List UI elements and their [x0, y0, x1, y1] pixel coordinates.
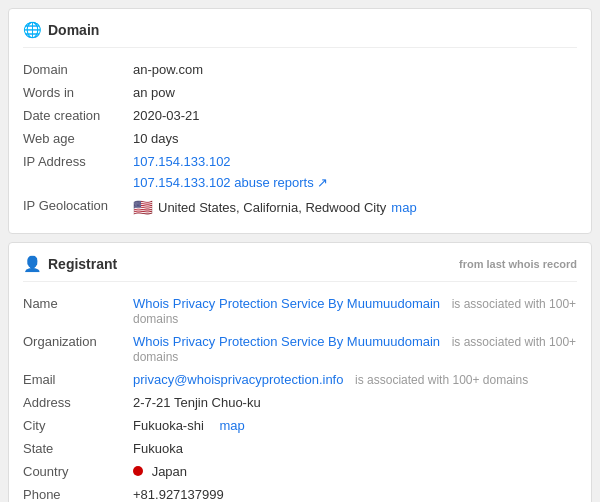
date-label: Date creation — [23, 108, 133, 123]
city-value: Fukuoka-shi map — [133, 418, 577, 433]
ip-label: IP Address — [23, 154, 133, 169]
from-record-text: from last whois record — [459, 258, 577, 270]
geo-row: IP Geolocation 🇺🇸 United States, Califor… — [23, 194, 577, 221]
date-value: 2020-03-21 — [133, 108, 577, 123]
state-label: State — [23, 441, 133, 456]
domain-section-title: 🌐 Domain — [23, 21, 577, 48]
org-link[interactable]: Whois Privacy Protection Service By Muum… — [133, 334, 440, 349]
abuse-row: 107.154.133.102 abuse reports ↗ — [23, 173, 577, 194]
city-label: City — [23, 418, 133, 433]
words-row: Words in an pow — [23, 81, 577, 104]
us-flag-icon: 🇺🇸 — [133, 198, 153, 217]
registrant-section-title: 👤 Registrant from last whois record — [23, 255, 577, 282]
city-text: Fukuoka-shi — [133, 418, 204, 433]
registrant-section: 👤 Registrant from last whois record Name… — [8, 242, 592, 502]
city-map-link[interactable]: map — [219, 418, 244, 433]
country-row: Country Japan — [23, 460, 577, 483]
country-text: Japan — [152, 464, 187, 479]
name-row: Name Whois Privacy Protection Service By… — [23, 292, 577, 330]
country-label: Country — [23, 464, 133, 479]
email-label: Email — [23, 372, 133, 387]
org-value: Whois Privacy Protection Service By Muum… — [133, 334, 577, 364]
age-label: Web age — [23, 131, 133, 146]
org-label: Organization — [23, 334, 133, 349]
registrant-title-text: Registrant — [48, 256, 117, 272]
abuse-link[interactable]: 107.154.133.102 abuse reports ↗ — [133, 175, 328, 190]
email-value: privacy@whoisprivacyprotection.info is a… — [133, 372, 577, 387]
email-row: Email privacy@whoisprivacyprotection.inf… — [23, 368, 577, 391]
registrant-icon: 👤 — [23, 255, 42, 273]
words-label: Words in — [23, 85, 133, 100]
phone-value: +81.927137999 — [133, 487, 577, 502]
domain-section: 🌐 Domain Domain an-pow.com Words in an p… — [8, 8, 592, 234]
external-link-icon: ↗ — [317, 175, 328, 190]
domain-value: an-pow.com — [133, 62, 577, 77]
age-value: 10 days — [133, 131, 577, 146]
state-value: Fukuoka — [133, 441, 577, 456]
phone-label: Phone — [23, 487, 133, 502]
address-value: 2-7-21 Tenjin Chuo-ku — [133, 395, 577, 410]
name-value: Whois Privacy Protection Service By Muum… — [133, 296, 577, 326]
city-row: City Fukuoka-shi map — [23, 414, 577, 437]
geo-label: IP Geolocation — [23, 198, 133, 213]
name-label: Name — [23, 296, 133, 311]
state-row: State Fukuoka — [23, 437, 577, 460]
email-associated: is associated with 100+ domains — [355, 373, 528, 387]
date-row: Date creation 2020-03-21 — [23, 104, 577, 127]
abuse-link-text: 107.154.133.102 abuse reports — [133, 175, 314, 190]
geo-text: United States, California, Redwood City — [158, 200, 386, 215]
geo-map-link[interactable]: map — [391, 200, 416, 215]
domain-icon: 🌐 — [23, 21, 42, 39]
address-row: Address 2-7-21 Tenjin Chuo-ku — [23, 391, 577, 414]
domain-label: Domain — [23, 62, 133, 77]
ip-row: IP Address 107.154.133.102 — [23, 150, 577, 173]
words-value: an pow — [133, 85, 577, 100]
phone-row: Phone +81.927137999 — [23, 483, 577, 502]
country-value: Japan — [133, 464, 577, 479]
domain-row: Domain an-pow.com — [23, 58, 577, 81]
ip-link[interactable]: 107.154.133.102 — [133, 154, 577, 169]
age-row: Web age 10 days — [23, 127, 577, 150]
geo-value: 🇺🇸 United States, California, Redwood Ci… — [133, 198, 577, 217]
org-row: Organization Whois Privacy Protection Se… — [23, 330, 577, 368]
japan-dot-icon — [133, 466, 143, 476]
name-link[interactable]: Whois Privacy Protection Service By Muum… — [133, 296, 440, 311]
address-label: Address — [23, 395, 133, 410]
domain-title-text: Domain — [48, 22, 99, 38]
email-link[interactable]: privacy@whoisprivacyprotection.info — [133, 372, 343, 387]
